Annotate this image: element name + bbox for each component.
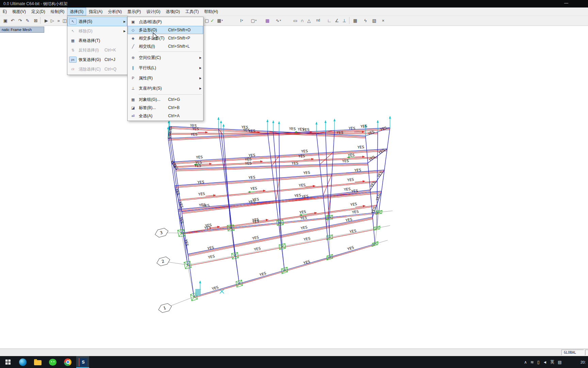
fast-run-icon-glyph: » bbox=[57, 18, 60, 23]
windows-logo-icon bbox=[5, 359, 11, 365]
menubar-item-file-partial[interactable]: E) bbox=[0, 7, 10, 16]
menu-item-intersecting-polygon-select[interactable]: ◈相交多边形(T)Ctrl+Shift+P bbox=[128, 34, 203, 42]
draw-rect-icon[interactable]: ▭ bbox=[292, 17, 299, 24]
menu-item-groups-select[interactable]: ▦对象组(G)...Ctrl+G bbox=[128, 95, 203, 104]
menubar-item-design[interactable]: 设计(G) bbox=[144, 7, 163, 16]
draw-poly-icon[interactable]: △ bbox=[306, 17, 312, 24]
lock-model-icon-glyph: ⊠ bbox=[34, 18, 38, 23]
menu-item-label: 选择(S) bbox=[79, 19, 92, 25]
wechat-icon bbox=[49, 359, 56, 366]
menu-item-supports-select[interactable]: ⊥支座/约束(S)▶ bbox=[128, 83, 203, 93]
display-options-icon[interactable]: ▦▾ bbox=[216, 17, 224, 24]
menu-item-shortcut: Ctrl+K bbox=[104, 48, 122, 52]
ime-indicator[interactable]: 英 bbox=[550, 359, 554, 365]
check-option-icon[interactable]: ✓ bbox=[209, 17, 216, 24]
menu-item-clear-selection[interactable]: clr清除选择(C)Ctrl+Q bbox=[67, 64, 127, 74]
minimize-button[interactable]: — bbox=[564, 1, 568, 5]
menu-item-intersecting-line-select[interactable]: ╱相交线(I)Ctrl+Shift+L bbox=[128, 42, 203, 50]
menu-item-table-select[interactable]: ▦表格选择(T) bbox=[67, 36, 127, 45]
nd-snap-label[interactable]: nd bbox=[315, 17, 322, 24]
pointer-mode-icon[interactable]: I▾ bbox=[238, 17, 245, 24]
dropdown-arrow-icon: ▾ bbox=[242, 19, 243, 22]
object-shrink-icon[interactable]: ▢▾ bbox=[250, 17, 257, 24]
menubar-item-define[interactable]: 定义(D) bbox=[29, 7, 48, 16]
menu-item-shortcut: Ctrl+G bbox=[168, 97, 198, 102]
edge-taskbar-button[interactable] bbox=[16, 356, 29, 368]
delete-icon[interactable]: × bbox=[380, 17, 387, 24]
tables-icon[interactable]: ▦ bbox=[352, 17, 359, 24]
menu-item-labels-select[interactable]: ◪标签(B)...Ctrl+B bbox=[128, 104, 203, 112]
menu-item-pointer-window-select[interactable]: ▣点选/框选(P) bbox=[128, 18, 203, 26]
undo-icon[interactable]: ↶ bbox=[9, 17, 16, 24]
network-icon[interactable]: ≋ bbox=[530, 360, 534, 365]
run-step-icon[interactable]: ▷ bbox=[49, 17, 56, 24]
menu-item-invert-selection[interactable]: ⇅反转选择(I)Ctrl+K bbox=[67, 45, 127, 55]
invert-select-icon: ⇅ bbox=[69, 47, 77, 53]
window-views-icon-glyph: ◫ bbox=[63, 18, 67, 23]
polygon-select-icon: ◇ bbox=[129, 27, 137, 33]
menu-item-get-previous-selection[interactable]: ps恢复选择(G)Ctrl+J bbox=[67, 55, 127, 64]
menu-item-select[interactable]: ↖选择(S)▶ bbox=[67, 17, 127, 26]
menu-item-shortcut: Ctrl+Shift+L bbox=[168, 44, 198, 49]
model-explorer-icon-glyph: ▣ bbox=[3, 18, 7, 23]
draw-arc-icon[interactable]: ∩ bbox=[299, 17, 306, 24]
menu-item-properties-select[interactable]: P属性(R)▶ bbox=[128, 73, 203, 83]
model-window-tab[interactable]: natic Frame Mesh bbox=[0, 27, 44, 33]
draw-icon-glyph: ✎ bbox=[26, 18, 30, 23]
menu-item-select-all[interactable]: all全选(A)Ctrl+A bbox=[128, 112, 203, 120]
menu-item-deselect[interactable]: ↖移除(D)▶ bbox=[67, 26, 127, 36]
dropdown-arrow-icon: ▾ bbox=[222, 19, 223, 22]
menubar-item-draw[interactable]: 绘制(R) bbox=[48, 7, 67, 16]
snap-perp-icon[interactable]: ⊥ bbox=[341, 17, 348, 24]
quick-run-icon[interactable]: ϟ bbox=[362, 17, 369, 24]
clear-selection-icon: clr bbox=[69, 66, 77, 72]
volume-icon[interactable]: ◄ bbox=[543, 360, 547, 365]
assign-display-icon[interactable]: ▩ bbox=[264, 17, 271, 24]
draw-icon[interactable]: ✎ bbox=[24, 17, 31, 24]
menu-item-label: 空间位置(C) bbox=[139, 55, 161, 61]
nd-snap-label-glyph: nd bbox=[316, 19, 320, 22]
labels-select-icon: ◪ bbox=[129, 105, 137, 111]
wechat-taskbar-button[interactable] bbox=[46, 356, 59, 368]
battery-icon[interactable]: ▯ bbox=[537, 360, 540, 365]
menubar-item-options[interactable]: 选项(O) bbox=[163, 7, 182, 16]
menubar-item-help[interactable]: 帮助(H) bbox=[201, 7, 221, 16]
tray-chevron-icon[interactable]: ∧ bbox=[524, 360, 527, 365]
menu-item-label: 相交线(I) bbox=[139, 44, 155, 49]
menu-item-parallel-select[interactable]: ∥平行线(L)▶ bbox=[128, 63, 203, 73]
snap-axes-icon[interactable]: ∟ bbox=[326, 17, 333, 24]
redo-icon-glyph: ↷ bbox=[18, 18, 22, 23]
redo-icon[interactable]: ↷ bbox=[17, 17, 23, 24]
load-cases-icon[interactable]: ∿▾ bbox=[275, 17, 282, 24]
file-explorer-taskbar-button[interactable] bbox=[31, 356, 44, 368]
model-explorer-icon[interactable]: ▣ bbox=[2, 17, 9, 24]
menu-item-shortcut: Ctrl+Q bbox=[104, 67, 122, 72]
run-analysis-icon[interactable]: ▶ bbox=[43, 17, 50, 24]
section-cut-icon[interactable]: ▧ bbox=[371, 17, 378, 24]
lock-model-icon[interactable]: ⊠ bbox=[32, 17, 39, 24]
menubar-item-tools[interactable]: 工具(T) bbox=[183, 7, 201, 16]
assign-display-icon-glyph: ▩ bbox=[265, 18, 270, 23]
touch-keyboard-icon[interactable]: ▤ bbox=[558, 360, 561, 365]
deselect-arrow-icon: ↖ bbox=[69, 28, 77, 34]
menubar-item-display[interactable]: 显示(P) bbox=[125, 7, 144, 16]
menu-item-polygon-select[interactable]: ◇多边形(O)Ctrl+Shift+O bbox=[128, 26, 203, 34]
menu-item-label: 移除(D) bbox=[79, 28, 93, 34]
dropdown-arrow-icon: ▾ bbox=[280, 19, 281, 22]
snap-angle-icon[interactable]: ∠ bbox=[333, 17, 340, 24]
quick-run-icon-glyph: ϟ bbox=[364, 18, 367, 23]
menubar-item-select[interactable]: 选择(S) bbox=[67, 7, 86, 16]
fast-run-icon[interactable]: » bbox=[55, 17, 62, 24]
menubar-item-view[interactable]: 视图(V) bbox=[10, 7, 29, 16]
taskbar-apps: S bbox=[1, 356, 89, 368]
coord-system-box[interactable]: GLOBAL bbox=[561, 350, 584, 355]
menubar-item-assign[interactable]: 指定(A) bbox=[86, 7, 105, 16]
menu-item-coordinate-specs-select[interactable]: ⊕空间位置(C)▶ bbox=[128, 52, 203, 63]
start-taskbar-button[interactable] bbox=[1, 356, 14, 368]
chrome-taskbar-button[interactable] bbox=[61, 356, 74, 368]
model-window-tab-label: natic Frame Mesh bbox=[2, 28, 32, 32]
taskbar-clock[interactable]: 20: bbox=[581, 356, 586, 368]
menubar-item-analyze[interactable]: 分析(N) bbox=[105, 7, 125, 16]
select-menu-dropdown: ↖选择(S)▶↖移除(D)▶▦表格选择(T)⇅反转选择(I)Ctrl+Kps恢复… bbox=[67, 16, 128, 75]
sap2000-taskbar-button[interactable]: S bbox=[76, 356, 89, 368]
